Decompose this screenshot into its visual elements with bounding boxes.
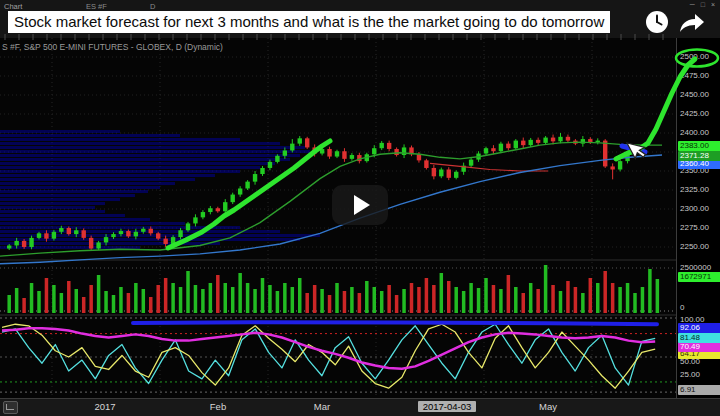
interval-dropdown[interactable]: D bbox=[150, 2, 155, 11]
price-tick: 2250.00 bbox=[680, 242, 709, 252]
video-title[interactable]: Stock market forecast for next 3 months … bbox=[8, 11, 610, 33]
symbol-box[interactable]: ES #F bbox=[86, 2, 107, 11]
volume-tick: 0 bbox=[680, 303, 684, 313]
oscillator-highlight-label: 81.48 bbox=[678, 333, 720, 343]
price-tick: 2500.00 bbox=[680, 52, 709, 62]
price-tick: 2425.00 bbox=[680, 109, 709, 119]
watch-later-icon[interactable] bbox=[645, 10, 669, 34]
drawing-toolbar-icons[interactable] bbox=[4, 34, 664, 40]
oscillator-tick: 25.00 bbox=[680, 370, 700, 380]
price-tick: 2300.00 bbox=[680, 204, 709, 214]
oscillator-highlight-label: 70.49 bbox=[678, 342, 720, 352]
time-axis-label: 2017 bbox=[70, 401, 140, 412]
osc-blue bbox=[133, 322, 657, 324]
share-icon[interactable] bbox=[679, 10, 705, 34]
play-button[interactable] bbox=[332, 185, 388, 225]
chart-tab[interactable]: Chart bbox=[4, 2, 22, 11]
go-to-date-icon[interactable] bbox=[3, 401, 18, 414]
video-player-frame[interactable]: Chart ES #F D ─ □ × Stock market forecas… bbox=[0, 0, 720, 416]
price-tick: 2275.00 bbox=[680, 223, 709, 233]
window-controls[interactable]: ─ □ × bbox=[690, 1, 717, 8]
price-tick: 2450.00 bbox=[680, 90, 709, 100]
play-icon bbox=[354, 195, 370, 215]
price-tick: 2475.00 bbox=[680, 71, 709, 81]
time-axis-label: May bbox=[513, 401, 583, 412]
volume-highlight-label: 1672971 bbox=[678, 272, 720, 282]
oscillator-highlight-label: 6.91 bbox=[678, 385, 720, 395]
oscillator-highlight-label: 92.06 bbox=[678, 323, 720, 333]
price-axis[interactable]: 2500.002475.002450.002425.002400.002350.… bbox=[676, 38, 720, 398]
price-highlight-label: 2371.28 bbox=[678, 151, 720, 161]
price-tick: 2325.00 bbox=[680, 185, 709, 195]
price-highlight-label: 2383.00 bbox=[678, 141, 720, 151]
chart-symbol-header: S #F, S&P 500 E-MINI FUTURES - GLOBEX, D… bbox=[2, 42, 223, 52]
time-axis-label: Feb bbox=[183, 401, 253, 412]
price-tick: 2400.00 bbox=[680, 128, 709, 138]
time-axis[interactable]: 2017FebMar2017-04-03May bbox=[0, 398, 720, 416]
time-axis-highlight-label: 2017-04-03 bbox=[418, 401, 476, 412]
time-axis-label: Mar bbox=[287, 401, 357, 412]
